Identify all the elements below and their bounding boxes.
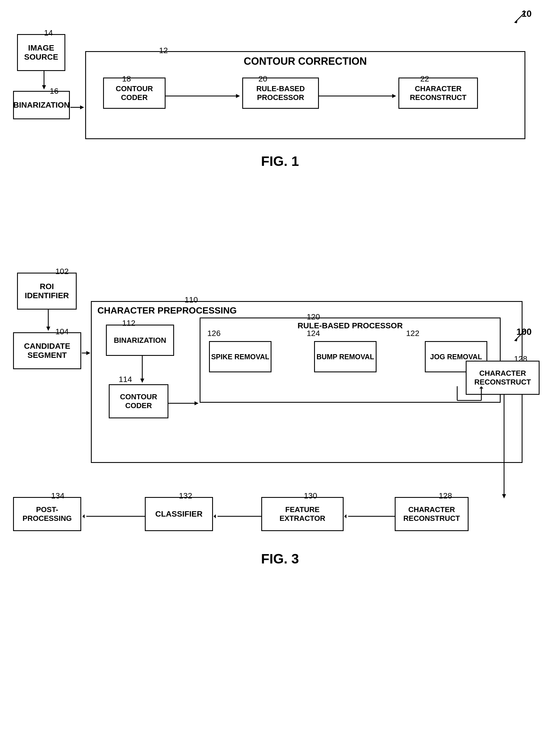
fig3-char-reconstruct3-box: CHARACTER RECONSTRUCT xyxy=(395,497,469,531)
fig1-image-source-box: IMAGE SOURCE xyxy=(17,34,65,71)
fig1-contour-coder-ref: 18 xyxy=(122,74,131,83)
fig3-bump-ref: 124 xyxy=(307,329,320,338)
fig1-contour-correction-label: CONTOUR CORRECTION xyxy=(86,55,525,67)
fig3-candidate-ref: 104 xyxy=(55,327,69,336)
svg-marker-31 xyxy=(82,514,85,518)
fig3-classifier-label: CLASSIFIER xyxy=(155,510,202,519)
arrow-cl-to-pp xyxy=(82,512,146,521)
fig3-roi-ref: 102 xyxy=(55,267,69,276)
page: 10 IMAGE SOURCE 14 BINARIZATION 16 CONTO… xyxy=(0,0,560,735)
svg-marker-25 xyxy=(502,494,506,498)
arrow-cr2-to-cr3 xyxy=(500,395,508,500)
fig3-cr3-ref: 128 xyxy=(439,491,452,500)
fig3-jog-ref: 122 xyxy=(406,329,419,338)
fig3-post-processing-label: POST-PROCESSING xyxy=(14,505,80,523)
fig1-contour-coder-label: CONTOUR CODER xyxy=(104,84,165,102)
arrow-rb-to-cr xyxy=(319,92,398,100)
fig3-char-preprocessing-label: CHARACTER PREPROCESSING xyxy=(97,305,237,316)
fig1-cc-label-ref: 12 xyxy=(159,46,168,55)
arrow-cr3-to-fe xyxy=(344,512,397,521)
arrow-jog-to-cr2 xyxy=(453,386,490,409)
fig3-jog-label: JOG REMOVAL xyxy=(430,353,482,361)
fig3-contour-coder-box: CONTOUR CODER xyxy=(109,384,168,418)
fig1-caption: FIG. 1 xyxy=(0,153,560,169)
fig1-char-reconstruct-label: CHARACTER RECONSTRUCT xyxy=(399,84,477,102)
fig3-post-processing-box: POST-PROCESSING xyxy=(13,497,81,531)
fig1-image-source-ref: 14 xyxy=(44,28,53,37)
fig3-bump-label: BUMP REMOVAL xyxy=(316,353,374,361)
fig3-char-preprocessing-box: CHARACTER PREPROCESSING BINARIZATION CON… xyxy=(91,301,523,463)
fig3-feature-extractor-box: FEATURE EXTRACTOR xyxy=(261,497,344,531)
fig1-rule-based-box: RULE-BASED PROCESSOR xyxy=(242,78,319,109)
fig3-binarization-label: BINARIZATION xyxy=(114,336,166,345)
arrow-cc3-to-rb3 xyxy=(168,399,201,408)
fig3-bin3-ref: 112 xyxy=(122,319,135,328)
svg-marker-23 xyxy=(86,351,90,355)
svg-marker-17 xyxy=(195,401,198,405)
fig3-spike-box: SPIKE REMOVAL xyxy=(209,341,271,372)
fig3-cr2-ref: 128 xyxy=(514,354,527,364)
arrow-imgsrc-to-binarization xyxy=(40,71,48,91)
svg-marker-21 xyxy=(479,386,483,389)
fig1-binarization-label: BINARIZATION xyxy=(13,101,70,110)
fig1-image-source-label: IMAGE SOURCE xyxy=(18,43,64,62)
svg-marker-27 xyxy=(344,514,346,518)
fig1-binarization-ref: 16 xyxy=(50,87,58,96)
svg-marker-15 xyxy=(140,379,144,383)
fig3-rb3-ref: 120 xyxy=(307,312,320,321)
fig3-rule-based-label: RULE-BASED PROCESSOR xyxy=(200,321,500,330)
fig1-binarization-box: BINARIZATION xyxy=(13,91,70,119)
svg-marker-5 xyxy=(236,94,240,98)
arrow-cc-to-rb xyxy=(166,92,242,100)
fig1-contour-coder-box: CONTOUR CODER xyxy=(103,78,166,109)
arrow-cand-to-cp xyxy=(82,349,93,357)
arrow-bin-to-cc xyxy=(70,103,86,112)
fig3-char-reconstruct3-label: CHARACTER RECONSTRUCT xyxy=(396,505,468,523)
fig1-char-reconstruct-box: CHARACTER RECONSTRUCT xyxy=(398,78,478,109)
fig1-contour-correction-box: CONTOUR CORRECTION CONTOUR CODER RULE-BA… xyxy=(85,51,525,139)
svg-marker-29 xyxy=(214,514,216,518)
fig3-candidate-label: CANDIDATE SEGMENT xyxy=(14,342,80,360)
arrow-roi-to-cand xyxy=(44,310,53,332)
fig3-spike-label: SPIKE REMOVAL xyxy=(211,353,269,361)
fig1-main-ref: 10 xyxy=(521,9,532,19)
fig1-rule-based-ref: 20 xyxy=(258,74,267,83)
fig3-feature-extractor-label: FEATURE EXTRACTOR xyxy=(262,505,343,523)
svg-marker-13 xyxy=(46,327,50,331)
fig3-cc3-ref: 114 xyxy=(119,375,132,384)
fig3-cp-ref: 110 xyxy=(185,295,198,304)
svg-marker-7 xyxy=(392,94,396,98)
fig3-binarization-box: BINARIZATION xyxy=(106,325,174,356)
ref-10-area: 10 xyxy=(509,9,532,27)
fig1-char-reconstruct-ref: 22 xyxy=(420,74,429,83)
fig1-rule-based-label: RULE-BASED PROCESSOR xyxy=(243,84,318,102)
fig3-contour-coder-label: CONTOUR CODER xyxy=(110,392,168,410)
fig3-bump-box: BUMP REMOVAL xyxy=(314,341,377,372)
fig3-spike-ref: 126 xyxy=(207,329,221,338)
svg-marker-3 xyxy=(42,85,46,89)
svg-marker-9 xyxy=(80,105,84,109)
fig3-pp-ref: 134 xyxy=(51,491,64,500)
fig3-classifier-box: CLASSIFIER xyxy=(145,497,213,531)
fig3-roi-label: ROI IDENTIFIER xyxy=(18,282,76,300)
fig3-roi-box: ROI IDENTIFIER xyxy=(17,273,77,310)
arrow-bin3-to-cc3 xyxy=(138,356,147,384)
fig3-fe-ref: 130 xyxy=(304,491,317,500)
fig3-candidate-box: CANDIDATE SEGMENT xyxy=(13,332,81,369)
fig3-caption: FIG. 3 xyxy=(0,551,560,567)
fig3-cl-ref: 132 xyxy=(179,491,192,500)
fig3-char-reconstruct2-label: CHARACTER RECONSTRUCT xyxy=(467,369,539,387)
arrow-fe-to-cl xyxy=(214,512,263,521)
